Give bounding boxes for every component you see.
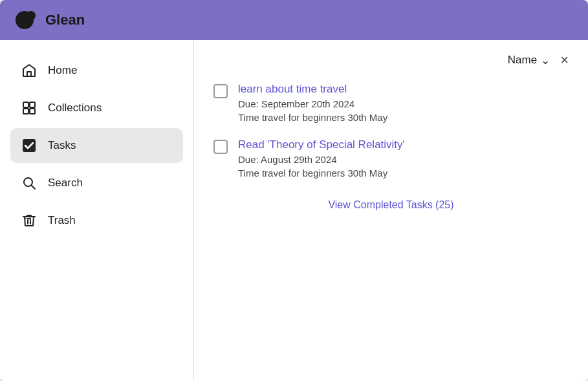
task-item: Read 'Theory of Special Relativity' Due:… [213,138,569,179]
app-window: Glean Home [0,0,588,381]
task-due-1: Due: September 20th 2024 [238,98,387,109]
svg-point-1 [27,11,36,20]
search-icon [21,175,38,191]
logo-container: Glean [13,7,85,33]
sidebar-item-trash[interactable]: Trash [10,203,183,238]
sidebar-item-search-label: Search [48,177,83,190]
sidebar-item-home[interactable]: Home [10,53,183,88]
sidebar-item-collections-label: Collections [48,102,102,114]
sort-button[interactable]: Name ⌄ [508,54,550,67]
svg-rect-6 [30,109,35,114]
task-item: learn about time travel Due: September 2… [213,83,569,123]
collections-icon [21,100,38,116]
task-list: learn about time travel Due: September 2… [213,83,569,179]
right-panel: Name ⌄ × learn about time travel Due: Se… [194,40,588,381]
view-completed-section: View Completed Tasks (25) [213,199,569,211]
svg-rect-3 [23,102,28,107]
task-title-1[interactable]: learn about time travel [238,83,387,96]
task-due-2: Due: August 29th 2024 [238,154,405,165]
sidebar-item-trash-label: Trash [48,214,76,227]
view-completed-button[interactable]: View Completed Tasks (25) [328,199,453,211]
task-source-1: Time travel for beginners 30th May [238,112,387,123]
close-button[interactable]: × [560,53,569,67]
main-content: Home Collections [0,40,588,381]
sidebar-item-home-label: Home [48,64,77,77]
svg-line-9 [32,186,36,190]
task-details-2: Read 'Theory of Special Relativity' Due:… [238,138,405,179]
sidebar-item-tasks-label: Tasks [48,139,76,152]
task-title-2[interactable]: Read 'Theory of Special Relativity' [238,138,405,151]
logo-text: Glean [45,12,85,28]
home-icon [21,62,38,79]
task-checkbox-1[interactable] [213,84,228,98]
sidebar-item-collections[interactable]: Collections [10,91,183,125]
panel-toolbar: Name ⌄ × [213,53,569,67]
task-source-2: Time travel for beginners 30th May [238,168,405,179]
sidebar-item-tasks[interactable]: Tasks [10,128,183,163]
sidebar-item-search[interactable]: Search [10,166,183,201]
sort-label: Name [508,54,537,67]
header: Glean [0,0,588,40]
tasks-icon [21,137,38,154]
sort-direction-icon: ⌄ [541,54,550,67]
glean-logo-icon [13,7,39,33]
sidebar: Home Collections [0,40,194,381]
trash-icon [21,212,38,229]
svg-rect-4 [30,102,35,107]
task-checkbox-2[interactable] [213,140,228,154]
task-details-1: learn about time travel Due: September 2… [238,83,387,123]
svg-rect-5 [23,109,28,114]
svg-rect-2 [27,72,31,76]
